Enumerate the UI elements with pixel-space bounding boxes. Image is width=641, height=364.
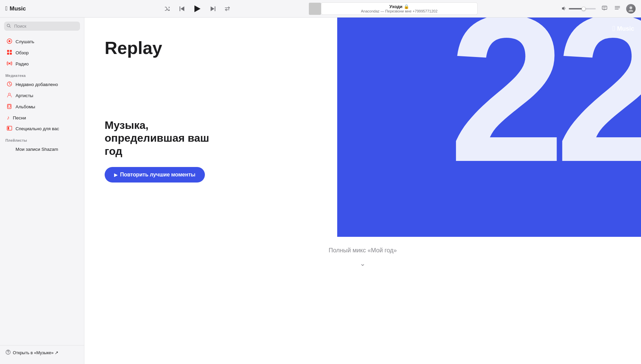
sidebar-item-browse-label: Обзор: [16, 50, 29, 55]
avatar[interactable]: [626, 4, 636, 13]
big-number-area: 22  Music: [337, 18, 641, 237]
play-button[interactable]: [193, 4, 202, 13]
playlists-section-label: Плейлисты: [0, 134, 84, 144]
queue-button[interactable]: [613, 4, 621, 13]
sidebar-item-listen[interactable]: Слушать: [1, 36, 83, 47]
hero-banner: Replay Музыка, определившая ваш год ▶ По…: [84, 18, 641, 237]
track-thumbnail: [309, 3, 321, 15]
open-music-label: Открыть в «Музыке» ↗: [13, 350, 58, 355]
top-bar-left:  Music: [5, 5, 86, 12]
repeat-button[interactable]: [223, 5, 232, 12]
search-input[interactable]: [4, 22, 80, 31]
app-name: Music: [10, 5, 26, 12]
foryou-icon: [7, 125, 12, 132]
svg-rect-6: [602, 6, 607, 9]
sidebar-item-artists-label: Артисты: [16, 93, 33, 98]
listen-icon: [7, 38, 12, 45]
svg-rect-0: [180, 6, 180, 11]
now-playing-center: Уходи 🔒 Anacondaz — Перезвони мне +79995…: [309, 2, 478, 15]
sidebar-item-albums[interactable]: Альбомы: [1, 101, 83, 112]
radio-icon: [7, 61, 12, 67]
volume-control[interactable]: [562, 6, 596, 11]
svg-rect-20: [10, 50, 12, 52]
sidebar-item-artists[interactable]: Артисты: [1, 90, 83, 101]
open-music-button[interactable]: Открыть в «Музыке» ↗: [5, 349, 58, 356]
track-title: Уходи 🔒: [325, 4, 473, 9]
replay-btn-label: Повторить лучшие моменты: [120, 172, 195, 178]
svg-point-13: [630, 6, 632, 9]
search-box: [4, 22, 80, 31]
svg-marker-2: [194, 5, 201, 12]
sidebar-item-songs-label: Песни: [13, 115, 26, 120]
volume-knob[interactable]: [582, 7, 586, 11]
playback-controls: [163, 4, 232, 13]
replay-title: Replay: [105, 38, 209, 58]
big-year-number: 22: [449, 18, 641, 193]
badge-apple-icon: : [612, 24, 615, 33]
songs-icon: ♪: [7, 115, 9, 121]
sidebar-footer: Открыть в «Музыке» ↗: [0, 345, 84, 360]
svg-rect-27: [8, 105, 10, 107]
sidebar-item-radio-label: Радио: [16, 61, 29, 66]
volume-low-icon: [562, 6, 567, 11]
sidebar-item-foryou[interactable]: Специально для вас: [1, 123, 83, 134]
top-bar:  Music Уходи 🔒 Anacondaz — Перезвони мн…: [0, 0, 641, 18]
svg-point-34: [8, 353, 8, 354]
main-layout: Слушать Обзор Радио Медиатека Недавно до…: [0, 18, 641, 364]
replay-best-moments-button[interactable]: ▶ Повторить лучшие моменты: [105, 167, 205, 183]
browse-icon: [7, 50, 12, 56]
apple-icon: : [5, 5, 8, 12]
svg-marker-1: [181, 6, 184, 11]
sidebar-item-radio[interactable]: Радио: [1, 58, 83, 69]
sidebar-item-browse[interactable]: Обзор: [1, 47, 83, 58]
sidebar: Слушать Обзор Радио Медиатека Недавно до…: [0, 18, 84, 364]
svg-rect-21: [7, 53, 9, 55]
library-section-label: Медиатека: [0, 69, 84, 79]
sidebar-item-shazam[interactable]: Мои записи Shazam: [1, 144, 83, 155]
svg-line-16: [9, 26, 10, 27]
svg-point-25: [8, 93, 10, 95]
sidebar-item-recent[interactable]: Недавно добавлено: [1, 79, 83, 90]
shuffle-button[interactable]: [163, 5, 171, 12]
shazam-icon: [7, 146, 12, 152]
svg-marker-4: [211, 6, 214, 11]
next-button[interactable]: [209, 5, 217, 12]
hero-subtitle: Музыка, определившая ваш год: [105, 119, 209, 158]
svg-point-18: [8, 40, 10, 42]
recent-icon: [7, 81, 12, 88]
bottom-section: Полный микс «Мой год» ⌄: [84, 237, 641, 271]
sidebar-item-songs[interactable]: ♪ Песни: [1, 112, 83, 123]
svg-point-14: [629, 10, 633, 12]
open-music-icon: [5, 349, 11, 356]
artists-icon: [7, 92, 12, 99]
track-artist: Anacondaz — Перезвони мне +79995771202: [325, 9, 473, 13]
sidebar-item-foryou-label: Специально для вас: [16, 126, 59, 131]
hero-text-area: Replay Музыка, определившая ваш год ▶ По…: [105, 38, 209, 183]
apple-music-badge:  Music: [612, 24, 634, 33]
svg-point-23: [9, 63, 10, 64]
track-info-box: Уходи 🔒 Anacondaz — Перезвони мне +79995…: [321, 2, 478, 15]
svg-rect-29: [8, 127, 9, 130]
sidebar-item-albums-label: Альбомы: [16, 104, 35, 109]
app-logo:  Music: [5, 5, 26, 12]
svg-rect-22: [10, 53, 12, 55]
svg-rect-19: [7, 50, 9, 52]
svg-rect-3: [215, 6, 215, 11]
sidebar-item-listen-label: Слушать: [16, 39, 34, 44]
prev-button[interactable]: [178, 5, 186, 12]
sidebar-item-recent-label: Недавно добавлено: [16, 82, 58, 87]
top-bar-right: [555, 4, 636, 13]
sidebar-item-shazam-label: Мои записи Shazam: [16, 147, 58, 152]
lyrics-button[interactable]: [600, 4, 609, 13]
search-icon: [7, 24, 11, 29]
chevron-down-icon: ⌄: [84, 259, 641, 268]
badge-music-text: Music: [617, 25, 634, 32]
volume-slider[interactable]: [569, 8, 596, 9]
albums-icon: [7, 104, 12, 110]
content-area: Replay Музыка, определившая ваш год ▶ По…: [84, 18, 641, 364]
svg-marker-5: [562, 6, 564, 10]
play-triangle-icon: ▶: [114, 172, 117, 177]
full-mix-label: Полный микс «Мой год»: [84, 247, 641, 254]
